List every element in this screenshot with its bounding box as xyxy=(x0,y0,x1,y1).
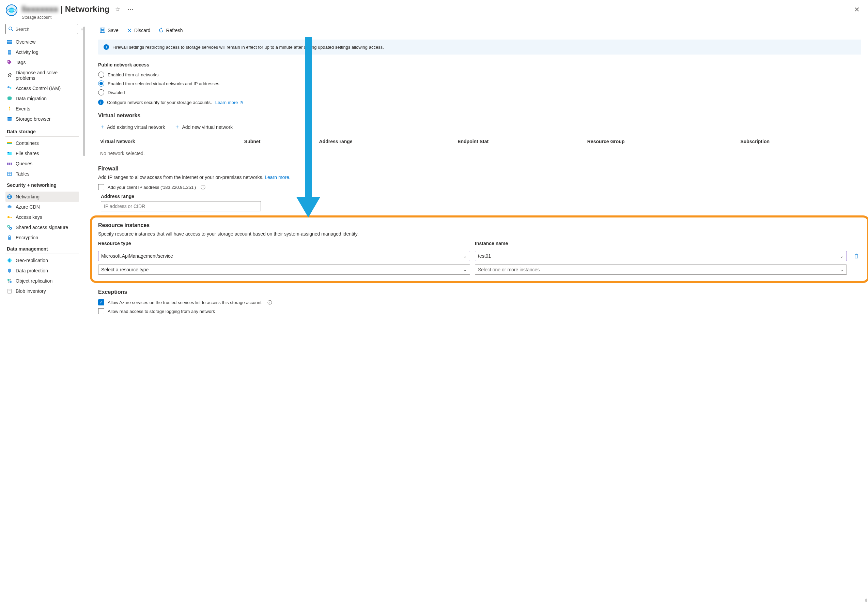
sidebar-item-containers[interactable]: Containers xyxy=(5,138,79,148)
collapse-sidebar-button[interactable]: « xyxy=(81,26,83,32)
svg-text:i: i xyxy=(203,186,204,189)
svg-marker-9 xyxy=(8,60,12,64)
sidebar-scrollbar[interactable] xyxy=(83,26,85,156)
page-title: lixxxxxxx | Networking xyxy=(22,5,110,14)
sidebar-item-data-protection[interactable]: Data protection xyxy=(5,266,79,276)
sidebar-search[interactable] xyxy=(5,24,78,34)
sidebar-item-overview[interactable]: Overview xyxy=(5,37,79,47)
sidebar-item-storage-browser[interactable]: Storage browser xyxy=(5,114,79,124)
svg-rect-37 xyxy=(8,237,11,240)
main-content: Save Discard Refresh i Firewall settings… xyxy=(86,23,868,602)
favorite-button[interactable]: ☆ xyxy=(114,4,122,14)
chevron-down-icon: ⌄ xyxy=(463,267,467,272)
encryption-icon xyxy=(7,235,12,240)
vnet-table: Virtual NetworkSubnetAddress rangeEndpoi… xyxy=(98,136,861,160)
sidebar-item-queues[interactable]: Queues xyxy=(5,158,79,169)
refresh-button[interactable]: Refresh xyxy=(157,26,184,34)
more-button[interactable]: ⋯ xyxy=(126,4,135,14)
content-scrollbar[interactable] xyxy=(865,599,867,602)
events-icon xyxy=(7,106,12,112)
svg-point-40 xyxy=(9,281,12,283)
instance-name-select-2[interactable]: Select one or more instances⌄ xyxy=(475,264,847,275)
chevron-down-icon: ⌄ xyxy=(840,267,844,272)
client-ip-checkbox[interactable] xyxy=(98,184,104,190)
help-icon[interactable]: i xyxy=(201,185,205,189)
sidebar-item-shared-access-signature[interactable]: Shared access signature xyxy=(5,222,79,232)
sidebar-item-file-shares[interactable]: File shares xyxy=(5,148,79,158)
svg-point-10 xyxy=(8,61,9,62)
sidebar-item-geo-replication[interactable]: Geo-replication xyxy=(5,255,79,266)
sidebar-item-encryption[interactable]: Encryption xyxy=(5,232,79,243)
pna-header: Public network access xyxy=(98,62,861,68)
discard-button[interactable]: Discard xyxy=(126,26,152,34)
chevron-down-icon: ⌄ xyxy=(463,253,467,259)
sidebar-item-data-migration[interactable]: Data migration xyxy=(5,94,79,104)
pna-learn-more-link[interactable]: Learn more xyxy=(215,100,243,105)
diag-icon xyxy=(7,72,12,78)
save-icon xyxy=(100,27,106,34)
cdn-icon xyxy=(7,204,12,210)
address-range-label: Address range xyxy=(101,194,861,199)
svg-point-2 xyxy=(9,27,12,30)
protection-icon xyxy=(7,268,12,273)
radio-disabled[interactable] xyxy=(98,89,104,95)
search-icon xyxy=(9,26,13,31)
read-logging-checkbox[interactable] xyxy=(98,308,104,314)
refresh-icon xyxy=(158,28,164,33)
sidebar-item-networking[interactable]: Networking xyxy=(5,192,79,202)
sidebar-item-activity-log[interactable]: Activity log xyxy=(5,47,79,57)
resource-type-label: Storage account xyxy=(22,15,848,20)
svg-rect-33 xyxy=(11,217,12,218)
svg-rect-44 xyxy=(101,28,104,30)
chevron-down-icon: ⌄ xyxy=(840,253,844,259)
ri-desc: Specify resource instances that will hav… xyxy=(98,231,861,236)
svg-rect-18 xyxy=(7,142,12,143)
sidebar-item-azure-cdn[interactable]: Azure CDN xyxy=(5,202,79,212)
sidebar-item-object-replication[interactable]: Object replication xyxy=(5,276,79,286)
add-existing-vnet-button[interactable]: ＋Add existing virtual network xyxy=(98,122,166,132)
svg-marker-14 xyxy=(9,106,10,108)
address-range-input[interactable] xyxy=(101,201,261,211)
sidebar-item-tables[interactable]: Tables xyxy=(5,169,79,179)
sidebar-item-access-control-iam-[interactable]: Access Control (IAM) xyxy=(5,83,79,94)
vnet-header: Virtual networks xyxy=(98,112,861,119)
save-button[interactable]: Save xyxy=(98,26,120,35)
radio-all-networks[interactable] xyxy=(98,72,104,78)
geo-icon xyxy=(7,258,12,263)
sidebar-item-access-keys[interactable]: Access keys xyxy=(5,212,79,222)
browser-icon xyxy=(7,116,12,122)
resource-instances-highlight: Resource instances Specify resource inst… xyxy=(90,215,868,283)
help-icon[interactable]: i xyxy=(268,300,272,305)
instance-name-select-1[interactable]: test01⌄ xyxy=(475,251,847,261)
close-button[interactable]: ✕ xyxy=(853,4,861,15)
tags-icon xyxy=(7,60,12,65)
svg-rect-4 xyxy=(7,40,12,44)
delete-row-button[interactable] xyxy=(852,251,861,261)
command-bar: Save Discard Refresh xyxy=(98,23,861,40)
svg-rect-52 xyxy=(240,101,242,104)
vnet-col-header: Resource Group xyxy=(585,136,739,147)
svg-rect-21 xyxy=(8,152,9,153)
queues-icon xyxy=(7,161,12,166)
sidebar-item-diagnose-and-solve-problems[interactable]: Diagnose and solve problems xyxy=(5,68,79,83)
svg-rect-57 xyxy=(855,255,858,258)
sidebar-item-events[interactable]: Events xyxy=(5,104,79,114)
info-icon: i xyxy=(104,44,109,50)
sidebar-item-tags[interactable]: Tags xyxy=(5,57,79,68)
sidebar-item-blob-inventory[interactable]: Blob inventory xyxy=(5,286,79,296)
add-new-vnet-button[interactable]: ＋Add new virtual network xyxy=(173,122,234,132)
svg-rect-23 xyxy=(9,163,10,165)
inventory-icon xyxy=(7,289,12,294)
search-input[interactable] xyxy=(15,26,75,32)
svg-text:i: i xyxy=(269,301,270,304)
page-header: lixxxxxxx | Networking ☆ ⋯ Storage accou… xyxy=(0,0,868,23)
trusted-services-checkbox[interactable]: ✓ xyxy=(98,299,104,306)
discard-icon xyxy=(127,28,132,33)
svg-rect-19 xyxy=(7,143,12,144)
firewall-learn-more-link[interactable]: Learn more. xyxy=(265,175,290,180)
info-icon: i xyxy=(98,100,104,105)
svg-rect-43 xyxy=(100,28,105,33)
resource-type-select-2[interactable]: Select a resource type⌄ xyxy=(98,264,470,275)
resource-type-select-1[interactable]: Microsoft.ApiManagement/service⌄ xyxy=(98,251,470,261)
radio-selected-networks[interactable] xyxy=(98,80,104,87)
